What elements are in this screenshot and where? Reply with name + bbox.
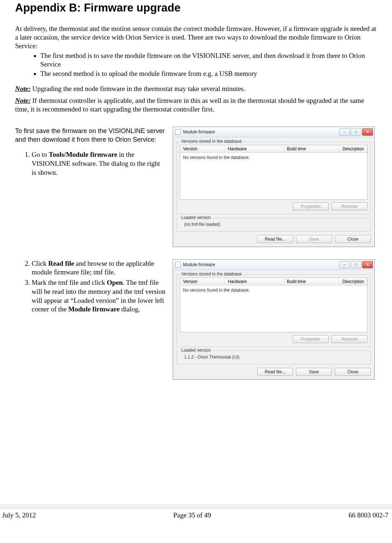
dialog-module-firmware-2: Module firmware – □ ✕ Versions stored in… bbox=[173, 259, 375, 380]
group-label: Loaded version bbox=[180, 348, 212, 353]
note-label: Note: bbox=[15, 97, 31, 104]
app-icon bbox=[175, 262, 181, 268]
note-text: Upgrading the end node firmware in the t… bbox=[31, 85, 245, 92]
dialog-title: Module firmware bbox=[183, 129, 338, 134]
note-1: Note: Upgrading the end node firmware in… bbox=[15, 85, 377, 93]
stored-buttons: Properties Remove bbox=[180, 202, 368, 210]
step-bold: Module firmware bbox=[68, 305, 120, 313]
steps-list-2: Click Read file and browse to the applic… bbox=[15, 259, 166, 314]
footer-date: July 5, 2012 bbox=[2, 511, 36, 519]
remove-button[interactable]: Remove bbox=[332, 335, 368, 343]
document-page: Appendix B: Firmware upgrade At delivery… bbox=[0, 0, 392, 521]
group-stored-versions: Versions stored in the database Version … bbox=[177, 274, 371, 347]
save-button[interactable]: Save bbox=[296, 235, 332, 243]
listview-empty-msg: No versions found in the database. bbox=[180, 153, 367, 162]
read-file-button[interactable]: Read file... bbox=[257, 368, 293, 376]
col-hardware[interactable]: Hardware bbox=[225, 278, 284, 285]
dialog-module-firmware-1: Module firmware – □ ✕ Versions stored in… bbox=[173, 127, 375, 247]
dialog-titlebar: Module firmware – □ ✕ bbox=[173, 127, 374, 137]
properties-button[interactable]: Properties bbox=[293, 202, 329, 210]
page-footer: July 5, 2012 Page 35 of 49 66 8003 002-7 bbox=[0, 509, 392, 521]
page-footer-wrap: July 5, 2012 Page 35 of 49 66 8003 002-7 bbox=[0, 504, 392, 521]
bullet-item: The first method is to save the module f… bbox=[40, 51, 377, 69]
loaded-version-text: 1.1.2 - Orion Thermostat (UI) bbox=[180, 354, 368, 360]
remove-button[interactable]: Remove bbox=[332, 202, 368, 210]
footer-docnum: 66 8003 002-7 bbox=[348, 511, 388, 519]
dialog-title: Module firmware bbox=[183, 262, 338, 267]
section-1-text: To first save the firmware on the VISION… bbox=[15, 127, 166, 179]
step-text: Mark the tmf file and click bbox=[32, 279, 107, 286]
step-bold: Open bbox=[107, 279, 123, 286]
minimize-button[interactable]: – bbox=[339, 261, 350, 268]
group-label: Versions stored in the database bbox=[180, 139, 243, 144]
col-hardware[interactable]: Hardware bbox=[225, 145, 284, 152]
col-build-time[interactable]: Build time bbox=[284, 145, 339, 152]
intro-bullets: The first method is to save the module f… bbox=[15, 51, 377, 78]
page-title: Appendix B: Firmware upgrade bbox=[15, 0, 377, 14]
loaded-version-text: (no tmf-file loaded) bbox=[180, 221, 368, 228]
stored-buttons: Properties Remove bbox=[180, 335, 368, 343]
section-1: To first save the firmware on the VISION… bbox=[15, 127, 377, 247]
dialog-titlebar: Module firmware – □ ✕ bbox=[173, 260, 374, 270]
listview-empty-msg: No versions found in the database. bbox=[180, 286, 367, 295]
group-label: Versions stored in the database bbox=[180, 272, 243, 277]
read-file-button[interactable]: Read file... bbox=[257, 235, 293, 243]
listview-header: Version Hardware Build time Description bbox=[180, 145, 367, 153]
properties-button[interactable]: Properties bbox=[293, 335, 329, 343]
group-stored-versions: Versions stored in the database Version … bbox=[177, 142, 371, 214]
col-version[interactable]: Version bbox=[180, 278, 225, 285]
versions-listview[interactable]: Version Hardware Build time Description … bbox=[180, 278, 368, 332]
close-button[interactable]: ✕ bbox=[362, 261, 373, 268]
maximize-button[interactable]: □ bbox=[351, 128, 361, 136]
dialog-body: Versions stored in the database Version … bbox=[173, 137, 374, 247]
section-1-lead: To first save the firmware on the VISION… bbox=[15, 127, 166, 144]
close-button[interactable]: ✕ bbox=[362, 128, 373, 136]
step-text: Click bbox=[32, 260, 48, 267]
close-dialog-button[interactable]: Close bbox=[335, 235, 371, 243]
listview-header: Version Hardware Build time Description bbox=[180, 278, 367, 286]
dialog-footer-buttons: Read file... Save Close bbox=[177, 235, 371, 243]
intro-paragraph: At delivery, the thermostat and the moti… bbox=[15, 24, 377, 50]
group-loaded-version: Loaded version (no tmf-file loaded) bbox=[177, 218, 371, 232]
col-description[interactable]: Description bbox=[339, 278, 367, 285]
steps-list-1: Go to Tools/Module firmware in the VISIO… bbox=[15, 150, 166, 177]
note-label: Note: bbox=[15, 85, 31, 92]
group-loaded-version: Loaded version 1.1.2 - Orion Thermostat … bbox=[177, 351, 371, 364]
note-text: If thermostat controller is applicable, … bbox=[15, 97, 364, 113]
bullet-item: The second method is to upload the modul… bbox=[40, 69, 377, 78]
versions-listview[interactable]: Version Hardware Build time Description … bbox=[180, 145, 368, 200]
col-build-time[interactable]: Build time bbox=[284, 278, 339, 285]
section-2-text: Click Read file and browse to the applic… bbox=[15, 259, 166, 315]
step-text: dialog. bbox=[119, 305, 140, 313]
close-dialog-button[interactable]: Close bbox=[335, 368, 371, 376]
step-2: Click Read file and browse to the applic… bbox=[32, 259, 166, 277]
col-description[interactable]: Description bbox=[339, 145, 367, 152]
step-text: Go to bbox=[32, 151, 49, 158]
step-3: Mark the tmf file and click Open. The tm… bbox=[32, 278, 166, 314]
col-version[interactable]: Version bbox=[180, 145, 225, 152]
footer-divider bbox=[0, 504, 392, 509]
note-2: Note: If thermostat controller is applic… bbox=[15, 96, 377, 114]
dialog-body: Versions stored in the database Version … bbox=[173, 270, 374, 379]
group-label: Loaded version bbox=[180, 215, 212, 220]
step-bold: Read file bbox=[48, 260, 74, 267]
footer-page: Page 35 of 49 bbox=[173, 511, 211, 519]
section-2: Click Read file and browse to the applic… bbox=[15, 259, 377, 380]
step-1: Go to Tools/Module firmware in the VISIO… bbox=[32, 150, 166, 177]
step-bold: Tools/Module firmware bbox=[49, 151, 118, 158]
minimize-button[interactable]: – bbox=[339, 128, 350, 136]
save-button[interactable]: Save bbox=[296, 368, 332, 376]
maximize-button[interactable]: □ bbox=[351, 261, 361, 268]
dialog-footer-buttons: Read file... Save Close bbox=[177, 368, 371, 376]
app-icon bbox=[175, 129, 181, 135]
